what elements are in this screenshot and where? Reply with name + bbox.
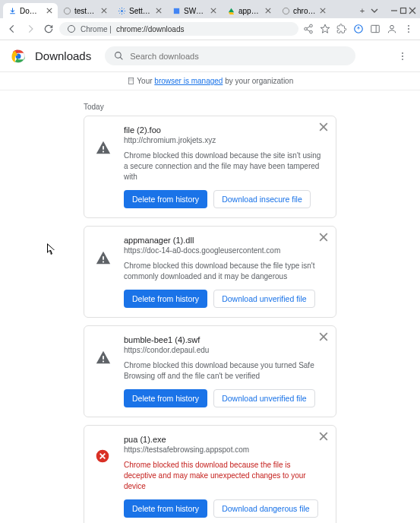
tab-close-icon[interactable] (100, 7, 108, 14)
reload-button[interactable] (41, 21, 56, 36)
svg-point-20 (402, 59, 403, 60)
download-message: Chrome blocked this download because the… (124, 261, 325, 282)
svg-point-10 (390, 25, 394, 29)
browser-tab[interactable]: testsafebr… (58, 3, 112, 18)
download-filename: file (2).foo (124, 125, 325, 135)
svg-line-17 (120, 57, 122, 59)
omnibox-value: chrome://downloads (116, 25, 185, 33)
window-close-icon[interactable] (408, 6, 417, 15)
extensions-icon[interactable] (335, 22, 349, 36)
delete-from-history-button[interactable]: Delete from history (124, 389, 207, 407)
window-maximize-icon[interactable] (399, 6, 408, 15)
download-url[interactable]: https://doc-14-a0-docs.googleusercontent… (124, 246, 325, 255)
tab-close-icon[interactable] (155, 7, 163, 14)
browser-tab[interactable]: appmanag… (222, 3, 276, 18)
download-item: pua (1).exe https://testsafebrowsing.app… (84, 425, 336, 523)
forward-button[interactable] (23, 21, 38, 36)
tab-title: chromium… (293, 7, 316, 15)
search-icon (114, 51, 124, 61)
svg-rect-27 (103, 151, 104, 153)
downloads-menu-icon[interactable] (396, 49, 409, 63)
svg-point-1 (121, 10, 123, 12)
download-anyway-button[interactable]: Download unverified file (213, 389, 314, 407)
new-tab-button[interactable]: + (355, 3, 370, 18)
share-icon[interactable] (302, 22, 315, 36)
svg-point-3 (283, 8, 289, 14)
dismiss-icon[interactable] (319, 233, 330, 243)
tab-title: testsafebr… (74, 7, 97, 15)
svg-rect-23 (131, 79, 132, 80)
delete-from-history-button[interactable]: Delete from history (124, 499, 207, 518)
download-filename: appmanager (1).dll (124, 236, 325, 245)
svg-rect-30 (103, 356, 104, 360)
dismiss-icon[interactable] (319, 122, 330, 133)
managed-link[interactable]: browser is managed (154, 77, 223, 85)
svg-rect-28 (103, 256, 104, 260)
managed-suffix: by your organization (223, 77, 293, 85)
download-url[interactable]: https://testsafebrowsing.appspot.com (124, 445, 325, 454)
window-minimize-icon[interactable] (390, 6, 399, 15)
side-panel-icon[interactable] (368, 22, 382, 36)
tab-favicon-icon (281, 6, 290, 15)
browser-menu-icon[interactable] (402, 22, 415, 36)
tab-favicon-icon (62, 6, 71, 15)
omnibox-prefix: Chrome | (81, 25, 112, 33)
address-bar[interactable]: Chrome | chrome://downloads (59, 22, 298, 36)
browser-tab[interactable]: Downloads (3, 3, 58, 18)
update-icon[interactable] (352, 22, 365, 36)
section-label: Today (84, 103, 420, 111)
dismiss-icon[interactable] (319, 432, 330, 442)
svg-point-12 (408, 28, 409, 30)
tab-close-icon[interactable] (46, 7, 53, 14)
svg-rect-22 (129, 79, 130, 80)
download-item: appmanager (1).dll https://doc-14-a0-doc… (84, 226, 336, 318)
delete-from-history-button[interactable]: Delete from history (124, 290, 207, 308)
dismiss-icon[interactable] (319, 332, 330, 343)
tab-close-icon[interactable] (210, 7, 217, 14)
download-anyway-button[interactable]: Download dangerous file (213, 499, 318, 518)
download-message: Chrome blocked this download because you… (124, 360, 325, 382)
downloads-list: Today file (2).foo http://chromium.jrokj… (0, 90, 420, 523)
warning-icon (95, 335, 113, 407)
tab-favicon-icon (226, 6, 235, 15)
tab-favicon-icon (117, 6, 126, 15)
download-anyway-button[interactable]: Download unverified file (213, 290, 314, 308)
svg-rect-31 (103, 361, 104, 363)
search-input[interactable] (130, 52, 346, 61)
download-item: file (2).foo http://chromium.jrokjets.xy… (84, 116, 336, 218)
download-item: bumble-bee1 (4).swf https://condor.depau… (84, 325, 336, 417)
search-box[interactable] (105, 46, 355, 65)
danger-icon (95, 435, 113, 518)
chrome-page-icon (67, 24, 76, 33)
delete-from-history-button[interactable]: Delete from history (124, 190, 207, 208)
browser-tab[interactable]: Settings - … (112, 3, 167, 18)
bookmark-icon[interactable] (318, 22, 332, 36)
back-button[interactable] (5, 21, 20, 36)
svg-point-13 (408, 31, 409, 33)
tab-close-icon[interactable] (264, 7, 272, 14)
download-url[interactable]: https://condor.depaul.edu (124, 346, 325, 354)
page-title: Downloads (35, 49, 91, 62)
warning-icon (95, 236, 113, 308)
browser-tab[interactable]: SWF File D… (167, 3, 222, 18)
tab-close-icon[interactable] (319, 7, 327, 14)
svg-rect-26 (103, 146, 104, 150)
svg-point-6 (68, 26, 75, 33)
svg-rect-21 (128, 78, 133, 84)
download-message: Chrome blocked this download because the… (124, 460, 325, 492)
tab-title: SWF File D… (184, 7, 207, 15)
download-url[interactable]: http://chromium.jrokjets.xyz (124, 136, 325, 144)
chrome-chevron-icon[interactable] (370, 6, 379, 15)
tab-strip: Downloads testsafebr… Settings - … SWF F… (0, 0, 420, 18)
svg-point-16 (115, 52, 122, 59)
download-message: Chrome blocked this download because the… (124, 151, 325, 182)
download-anyway-button[interactable]: Download insecure file (213, 190, 311, 208)
svg-rect-8 (371, 25, 380, 32)
managed-prefix: Your (137, 77, 154, 85)
browser-tab[interactable]: chromium… (276, 3, 331, 18)
svg-rect-24 (129, 81, 130, 81)
browser-toolbar: Chrome | chrome://downloads (0, 18, 420, 40)
warning-icon (95, 125, 113, 208)
downloads-page: Downloads Your browser is managed by you… (0, 40, 420, 523)
profile-icon[interactable] (385, 22, 399, 36)
